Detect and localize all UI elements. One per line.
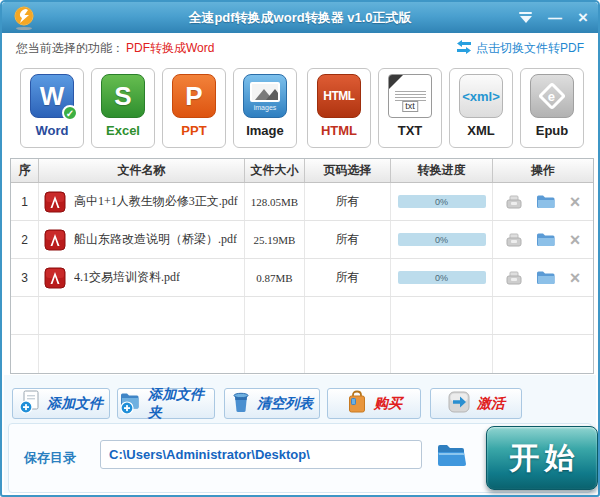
format-txt[interactable]: txt TXT — [378, 68, 442, 148]
pdf-file-icon — [44, 191, 66, 213]
title-bar: 全速pdf转换成word转换器 v1.0正式版 — × — [2, 2, 598, 33]
current-function-label: 您当前选择的功能： — [16, 40, 124, 57]
close-icon[interactable]: × — [578, 8, 588, 28]
convert-icon[interactable] — [506, 195, 522, 209]
format-excel-label: Excel — [106, 123, 140, 138]
buy-label: 购买 — [374, 395, 402, 413]
page-fold — [389, 75, 403, 89]
header-seq: 序 — [11, 159, 39, 182]
table-header: 序 文件名称 文件大小 页码选择 转换进度 操作 — [11, 159, 593, 183]
switch-mode-label: 点击切换文件转PDF — [476, 40, 584, 57]
row-name-cell: 高中1+1人教生物必修3正文.pdf — [39, 183, 245, 220]
app-window: 全速pdf转换成word转换器 v1.0正式版 — × 您当前选择的功能： PD… — [0, 0, 600, 497]
row-name-cell: 4.1交易培训资料.pdf — [39, 259, 245, 296]
save-directory-label: 保存目录 — [24, 449, 76, 467]
file-table: 序 文件名称 文件大小 页码选择 转换进度 操作 1 高中1+1人教生物必修3正… — [10, 158, 594, 374]
add-folder-button[interactable]: 添加文件夹 — [117, 388, 215, 419]
page-selection: 所有 — [305, 183, 391, 220]
row-seq: 2 — [11, 221, 39, 258]
header-pages: 页码选择 — [305, 159, 391, 182]
header-filename: 文件名称 — [39, 159, 245, 182]
format-image-label: Image — [246, 123, 284, 138]
clear-list-button[interactable]: 清空列表 — [224, 388, 320, 419]
file-name: 船山东路改造说明（桥梁）.pdf — [74, 231, 237, 248]
add-folder-icon — [118, 390, 142, 417]
shopping-bag-icon — [346, 390, 368, 417]
add-file-button[interactable]: 添加文件 — [12, 388, 110, 419]
pdf-file-icon — [44, 267, 66, 289]
buy-button[interactable]: 购买 — [327, 388, 421, 419]
excel-icon-letter: S — [114, 81, 131, 112]
txt-icon: txt — [388, 74, 432, 118]
header-filesize: 文件大小 — [245, 159, 305, 182]
table-row: 2 船山东路改造说明（桥梁）.pdf 25.19MB 所有 0% × — [11, 221, 593, 259]
header-progress: 转换进度 — [391, 159, 493, 182]
start-button[interactable]: 开始 — [486, 426, 598, 490]
row-actions: × — [493, 259, 593, 296]
format-word[interactable]: W ✓ Word — [20, 68, 84, 148]
convert-icon[interactable] — [506, 271, 522, 285]
txt-icon-tag: txt — [402, 101, 418, 112]
swap-arrows-icon — [456, 40, 472, 57]
table-empty-row — [11, 297, 593, 335]
progress-text: 0% — [435, 235, 448, 245]
trash-icon — [231, 391, 251, 416]
row-seq: 3 — [11, 259, 39, 296]
xml-icon: <xml> — [459, 74, 503, 118]
page-selection: 所有 — [305, 221, 391, 258]
format-xml[interactable]: <xml> XML — [449, 68, 513, 148]
pdf-file-icon — [44, 229, 66, 251]
row-actions: × — [493, 221, 593, 258]
format-ppt[interactable]: P PPT — [162, 68, 226, 148]
row-actions: × — [493, 183, 593, 220]
image-icon: images — [243, 74, 287, 118]
format-image[interactable]: images Image — [233, 68, 297, 148]
open-folder-icon[interactable] — [536, 194, 556, 209]
page-selection: 所有 — [305, 259, 391, 296]
table-row: 3 4.1交易培训资料.pdf 0.87MB 所有 0% × — [11, 259, 593, 297]
remove-icon[interactable]: × — [570, 195, 581, 209]
skin-menu-icon[interactable] — [519, 12, 532, 23]
remove-icon[interactable]: × — [570, 233, 581, 247]
window-controls: — × — [519, 2, 588, 33]
table-empty-row — [11, 335, 593, 373]
current-function-value: PDF转换成Word — [126, 40, 214, 57]
epub-icon-letter: e — [548, 88, 555, 103]
selected-check-icon: ✓ — [62, 105, 78, 121]
activate-button[interactable]: 激活 — [430, 388, 522, 419]
file-name: 4.1交易培训资料.pdf — [74, 269, 180, 286]
browse-folder-icon[interactable] — [436, 442, 468, 472]
html-icon-text: HTML — [323, 89, 354, 103]
epub-icon: e — [530, 74, 574, 118]
convert-icon[interactable] — [506, 233, 522, 247]
xml-icon-text: <xml> — [462, 89, 500, 104]
file-name: 高中1+1人教生物必修3正文.pdf — [74, 193, 238, 210]
file-size: 0.87MB — [245, 259, 305, 296]
format-epub-label: Epub — [536, 123, 569, 138]
remove-icon[interactable]: × — [570, 271, 581, 285]
table-row: 1 高中1+1人教生物必修3正文.pdf 128.05MB 所有 0% × — [11, 183, 593, 221]
format-excel[interactable]: S Excel — [91, 68, 155, 148]
minimize-icon[interactable]: — — [548, 13, 562, 23]
photo-thumbnail — [250, 82, 280, 102]
file-size: 25.19MB — [245, 221, 305, 258]
word-icon-letter: W — [40, 81, 65, 112]
add-file-icon — [19, 390, 41, 417]
add-folder-label: 添加文件夹 — [148, 386, 214, 422]
excel-icon: S — [101, 74, 145, 118]
format-epub[interactable]: e Epub — [520, 68, 584, 148]
format-html[interactable]: HTML HTML — [307, 68, 371, 148]
epub-diamond: e — [538, 82, 566, 110]
progress-cell: 0% — [391, 221, 493, 258]
format-html-label: HTML — [321, 123, 357, 138]
current-function: 您当前选择的功能： PDF转换成Word — [16, 40, 214, 57]
progress-cell: 0% — [391, 259, 493, 296]
header-actions: 操作 — [493, 159, 593, 182]
open-folder-icon[interactable] — [536, 270, 556, 285]
save-directory-input[interactable] — [100, 440, 422, 469]
switch-mode-link[interactable]: 点击切换文件转PDF — [456, 40, 584, 57]
format-word-label: Word — [36, 123, 69, 138]
row-seq: 1 — [11, 183, 39, 220]
open-folder-icon[interactable] — [536, 232, 556, 247]
activate-arrow-icon — [447, 390, 471, 417]
